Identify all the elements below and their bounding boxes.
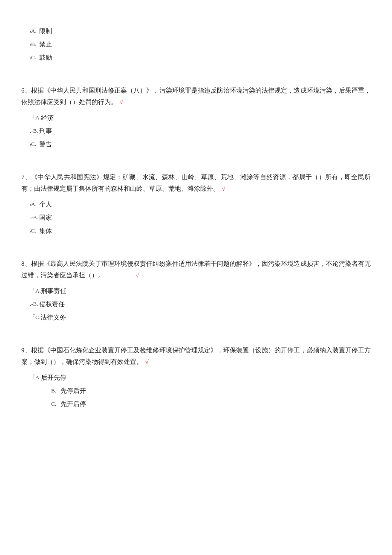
q9-option-list: 「A. 后开先停 B. 先停后开 C. 先开后停 <box>30 372 371 410</box>
list-item: ᵣB. 禁止 <box>30 39 371 50</box>
question-8-block: 8、根据《最高人民法院关于审理环境侵权责任纠纷案件适用法律若干问题的解释》，因污… <box>21 258 371 323</box>
option-text: 鼓励 <box>39 52 371 64</box>
option-prefix: ᵣC. <box>30 139 39 149</box>
question-number: 8 <box>21 260 25 267</box>
correct-mark: √ <box>136 272 139 279</box>
option-text: 后开先停 <box>41 372 371 384</box>
option-prefix: 「A. <box>30 286 41 296</box>
correct-mark: √ <box>222 186 225 192</box>
option-text: 限制 <box>39 26 371 37</box>
question-number: 6 <box>21 87 25 94</box>
option-prefix: ᵣA. <box>30 26 39 36</box>
correct-mark: √ <box>120 99 123 105</box>
question-7-block: 7、《中华人民共和国宪法》规定：矿藏、水流、森林、山岭、草原、荒地、滩涂等自然资… <box>21 171 371 237</box>
question-9-block: 9、根据《中国石化炼化企业装置开停工及检维修环境保护管理规定》，环保装置（设施）… <box>21 345 371 410</box>
option-prefix: ᵣC. <box>30 226 39 235</box>
list-item: .-B. 侵权责任 <box>30 299 371 310</box>
question-8-text: 8、根据《最高人民法院关于审理环境侵权责任纠纷案件适用法律若干问题的解释》，因污… <box>21 258 371 281</box>
option-prefix: 「C. <box>30 312 40 322</box>
q7-option-list: ᵣA. 个人 .-B. 国家 ᵣC. 集体 <box>30 199 371 237</box>
option-prefix: .-B. <box>30 126 39 136</box>
list-item: 「A. 刑事责任 <box>30 285 371 297</box>
list-item: 「A. 后开先停 <box>30 372 371 384</box>
option-text: 禁止 <box>39 39 371 50</box>
list-item: 「C. 法律义务 <box>30 312 371 323</box>
option-text: 先停后开 <box>61 385 371 397</box>
list-item: C. 先开后停 <box>51 398 371 410</box>
list-item: B. 先停后开 <box>51 385 371 397</box>
option-prefix: ᵣA. <box>30 199 39 209</box>
option-text: 个人 <box>39 199 371 210</box>
question-6-text: 6、根据《中华人民共和国刑法修正案（八）》，污染环境罪是指违反防治环境污染的法律… <box>21 85 371 108</box>
option-text: 刑事 <box>39 125 371 137</box>
option-text: 经济 <box>41 112 371 124</box>
option-prefix: B. <box>51 386 61 395</box>
option-text: 法律义务 <box>40 312 371 323</box>
question-number: 7 <box>21 174 25 180</box>
list-item: ᵣC. 鼓励 <box>30 52 371 64</box>
list-item: ᵣC. 警告 <box>30 139 371 150</box>
question-6-block: 6、根据《中华人民共和国刑法修正案（八）》，污染环境罪是指违反防治环境污染的法律… <box>21 85 371 150</box>
option-text: 集体 <box>39 225 371 237</box>
q8-option-list: 「A. 刑事责任 .-B. 侵权责任 「C. 法律义务 <box>30 285 371 323</box>
list-item: ᵣC. 集体 <box>30 225 371 237</box>
option-prefix: 「A. <box>30 113 41 122</box>
list-item: 「A. 经济 <box>30 112 371 124</box>
option-prefix: .-B. <box>30 212 39 222</box>
list-item: .-B. 刑事 <box>30 125 371 137</box>
q5-option-list: ᵣA. 限制 ᵣB. 禁止 ᵣC. 鼓励 <box>30 26 371 64</box>
correct-mark: √ <box>145 359 149 365</box>
q6-option-list: 「A. 经济 .-B. 刑事 ᵣC. 警告 <box>30 112 371 150</box>
option-text: 先开后停 <box>61 398 371 410</box>
option-prefix: .-B. <box>30 299 39 309</box>
option-text: 警告 <box>39 139 371 150</box>
option-prefix: 「A. <box>30 372 41 382</box>
list-item: .-B. 国家 <box>30 212 371 224</box>
option-prefix: C. <box>51 399 61 409</box>
question-number: 9 <box>21 347 25 354</box>
list-item: ᵣA. 个人 <box>30 199 371 210</box>
list-item: ᵣA. 限制 <box>30 26 371 37</box>
question-9-text: 9、根据《中国石化炼化企业装置开停工及检维修环境保护管理规定》，环保装置（设施）… <box>21 345 371 368</box>
option-prefix: ᵣC. <box>30 52 39 62</box>
question-7-text: 7、《中华人民共和国宪法》规定：矿藏、水流、森林、山岭、草原、荒地、滩涂等自然资… <box>21 171 371 195</box>
option-prefix: ᵣB. <box>30 39 39 49</box>
option-text: 国家 <box>39 212 371 224</box>
option-text: 刑事责任 <box>41 285 371 297</box>
option-text: 侵权责任 <box>39 299 371 310</box>
q5-options-block: ᵣA. 限制 ᵣB. 禁止 ᵣC. 鼓励 <box>21 26 371 64</box>
